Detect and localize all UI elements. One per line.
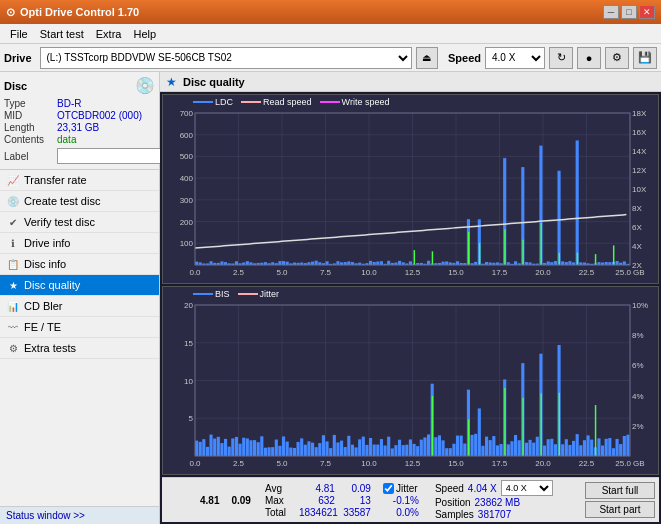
speed-stat-select[interactable]: 4.0 X xyxy=(501,480,553,496)
avg-label: Avg xyxy=(265,483,293,494)
total-bis: 33587 xyxy=(341,507,371,518)
verify-test-disc-icon: ✔ xyxy=(6,217,20,228)
legend-write-speed: Write speed xyxy=(320,97,390,107)
eject-button[interactable]: ⏏ xyxy=(416,47,438,69)
fe-te-icon: 〰 xyxy=(6,322,20,333)
disc-icon: 💿 xyxy=(135,76,155,95)
title-bar-left: ⊙ Opti Drive Control 1.70 xyxy=(6,6,139,19)
extra-tests-icon: ⚙ xyxy=(6,343,20,354)
legend-ldc: LDC xyxy=(193,97,233,107)
ldc-header: 4.81 xyxy=(194,495,225,506)
legend-bis: BIS xyxy=(193,289,230,299)
app-title: Opti Drive Control 1.70 xyxy=(20,6,139,18)
disc-quality-header: ★ Disc quality xyxy=(160,72,661,92)
transfer-rate-icon: 📈 xyxy=(6,175,20,186)
drive-select[interactable]: (L:) TSSTcorp BDDVDW SE-506CB TS02 xyxy=(40,47,412,69)
charts-container: LDC Read speed Write speed xyxy=(160,92,661,524)
disc-panel: Disc 💿 Type BD-R MID OTCBDR002 (000) Len… xyxy=(0,72,159,170)
cd-bler-icon: 📊 xyxy=(6,301,20,312)
samples-label: Samples xyxy=(435,509,474,520)
disc-info-icon: 📋 xyxy=(6,259,20,270)
speed-select[interactable]: 4.0 X 2.0 X 6.0 X xyxy=(485,47,545,69)
sidebar-item-disc-info[interactable]: 📋 Disc info xyxy=(0,254,159,275)
position-label: Position xyxy=(435,497,471,508)
minimize-button[interactable]: ─ xyxy=(603,5,619,19)
save-icon[interactable]: 💾 xyxy=(633,47,657,69)
speed-pos-col: Speed 4.04 X 4.0 X Position 23862 MB Sam… xyxy=(435,480,553,520)
drive-info-icon: ℹ xyxy=(6,238,20,249)
title-bar: ⊙ Opti Drive Control 1.70 ─ □ ✕ xyxy=(0,0,661,24)
sidebar-item-transfer-rate[interactable]: 📈 Transfer rate xyxy=(0,170,159,191)
disc-quality-header-icon: ★ xyxy=(166,75,177,89)
bottom-chart-legend: BIS Jitter xyxy=(193,289,279,299)
stats-row: 4.81 0.09 Avg 4.81 0.09 Max 632 13 xyxy=(162,477,659,522)
drive-label: Drive xyxy=(4,52,32,64)
sidebar-item-drive-info[interactable]: ℹ Drive info xyxy=(0,233,159,254)
maximize-button[interactable]: □ xyxy=(621,5,637,19)
menu-extra[interactable]: Extra xyxy=(90,27,128,41)
jitter-checkbox[interactable] xyxy=(383,483,394,494)
avg-jitter: -0.1% xyxy=(383,495,419,506)
position-val: 23862 MB xyxy=(475,497,521,508)
mid-value: OTCBDR002 (000) xyxy=(57,110,142,121)
speed-stat-val: 4.04 X xyxy=(468,483,497,494)
burn-icon[interactable]: ● xyxy=(577,47,601,69)
jitter-col: Jitter -0.1% 0.0% xyxy=(383,483,419,518)
legend-read-speed: Read speed xyxy=(241,97,312,107)
create-test-disc-icon: 💿 xyxy=(6,196,20,207)
refresh-icon[interactable]: ↻ xyxy=(549,47,573,69)
sidebar-item-disc-quality[interactable]: ★ Disc quality xyxy=(0,275,159,296)
disc-quality-icon: ★ xyxy=(6,280,20,291)
type-value: BD-R xyxy=(57,98,81,109)
max-jitter: 0.0% xyxy=(383,507,419,518)
length-value: 23,31 GB xyxy=(57,122,99,133)
top-chart-wrapper: LDC Read speed Write speed xyxy=(162,94,659,284)
main-layout: Disc 💿 Type BD-R MID OTCBDR002 (000) Len… xyxy=(0,72,661,524)
col-labels: Avg 4.81 0.09 Max 632 13 Total 1834621 3… xyxy=(265,483,371,518)
avg-ldc: 4.81 xyxy=(299,483,335,494)
sidebar-item-verify-test-disc[interactable]: ✔ Verify test disc xyxy=(0,212,159,233)
disc-quality-title: Disc quality xyxy=(183,76,245,88)
sidebar-item-cd-bler[interactable]: 📊 CD Bler xyxy=(0,296,159,317)
speed-stat-label: Speed xyxy=(435,483,464,494)
sidebar: Disc 💿 Type BD-R MID OTCBDR002 (000) Len… xyxy=(0,72,160,524)
start-full-button[interactable]: Start full xyxy=(585,482,655,499)
menu-bar: File Start test Extra Help xyxy=(0,24,661,44)
close-button[interactable]: ✕ xyxy=(639,5,655,19)
stats-table: 4.81 0.09 xyxy=(166,495,257,506)
bottom-chart-wrapper: BIS Jitter xyxy=(162,286,659,475)
sidebar-item-extra-tests[interactable]: ⚙ Extra tests xyxy=(0,338,159,359)
status-window-button[interactable]: Status window >> xyxy=(0,506,159,524)
start-part-button[interactable]: Start part xyxy=(585,501,655,518)
content-area: ★ Disc quality LDC Read speed xyxy=(160,72,661,524)
contents-value: data xyxy=(57,134,76,145)
sidebar-item-fe-te[interactable]: 〰 FE / TE xyxy=(0,317,159,338)
disc-label-label: Label xyxy=(4,151,54,162)
sidebar-item-create-test-disc[interactable]: 💿 Create test disc xyxy=(0,191,159,212)
avg-bis: 0.09 xyxy=(341,483,371,494)
app-icon: ⊙ xyxy=(6,6,15,19)
drive-bar: Drive (L:) TSSTcorp BDDVDW SE-506CB TS02… xyxy=(0,44,661,72)
menu-file[interactable]: File xyxy=(4,27,34,41)
top-chart-legend: LDC Read speed Write speed xyxy=(193,97,389,107)
speed-label: Speed xyxy=(448,52,481,64)
type-label: Type xyxy=(4,98,54,109)
menu-start-test[interactable]: Start test xyxy=(34,27,90,41)
top-chart-canvas xyxy=(163,95,658,283)
menu-help[interactable]: Help xyxy=(127,27,162,41)
bis-header: 0.09 xyxy=(225,495,256,506)
samples-val: 381707 xyxy=(478,509,511,520)
action-buttons: Start full Start part xyxy=(585,482,655,518)
total-ldc: 1834621 xyxy=(299,507,335,518)
max-ldc: 632 xyxy=(299,495,335,506)
bottom-chart-canvas xyxy=(163,287,658,474)
length-label: Length xyxy=(4,122,54,133)
mid-label: MID xyxy=(4,110,54,121)
disc-section-title: Disc xyxy=(4,80,27,92)
contents-label: Contents xyxy=(4,134,54,145)
max-label: Max xyxy=(265,495,293,506)
jitter-col-label: Jitter xyxy=(396,483,418,494)
legend-jitter: Jitter xyxy=(238,289,280,299)
settings-icon[interactable]: ⚙ xyxy=(605,47,629,69)
total-label: Total xyxy=(265,507,293,518)
